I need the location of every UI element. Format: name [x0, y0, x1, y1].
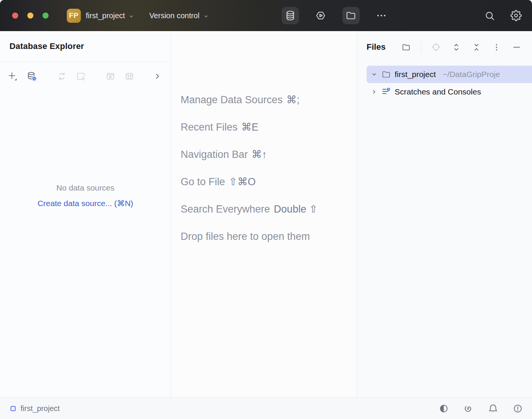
drop-files-hint: Drop files here to open them: [181, 231, 318, 258]
folder-icon: [381, 69, 391, 79]
refresh-button[interactable]: [57, 70, 67, 82]
project-name: first_project: [86, 11, 125, 20]
shortcut-hint: Manage Data Sources⌘;: [181, 94, 318, 121]
settings-button[interactable]: [508, 8, 524, 23]
expand-all-icon: [452, 43, 461, 52]
files-view-mode-button[interactable]: [401, 42, 411, 52]
locate-crosshair-icon: [431, 42, 441, 52]
keyboard-shortcuts-hints: Manage Data Sources⌘; Recent Files⌘E Nav…: [181, 94, 318, 258]
editor-area: Manage Data Sources⌘; Recent Files⌘E Nav…: [171, 31, 357, 397]
close-window-button[interactable]: [12, 13, 18, 19]
tree-row-scratches[interactable]: Scratches and Consoles: [367, 83, 532, 101]
files-panel-header: Files: [357, 31, 532, 63]
search-icon: [484, 10, 495, 21]
titlebar: FP first_project Version control: [0, 0, 532, 31]
files-options-button[interactable]: [491, 42, 502, 52]
tree-row-first-project[interactable]: first_project ~/DataGripProje: [367, 66, 532, 83]
project-square-icon: [9, 405, 17, 412]
table-icon: [124, 71, 134, 81]
disconnect-button[interactable]: [76, 70, 86, 82]
chevron-right-icon[interactable]: [370, 88, 378, 96]
chevron-down-icon: [203, 13, 209, 20]
chevron-right-icon: [153, 71, 162, 81]
scratches-icon: [381, 87, 391, 97]
collapse-all-button[interactable]: [471, 42, 482, 52]
hide-panel-button[interactable]: [511, 42, 522, 52]
database-explorer-title: Database Explorer: [9, 41, 84, 51]
ellipsis-icon: [376, 10, 387, 21]
vcs-label: Version control: [149, 11, 199, 20]
shortcut-hint: Search EverywhereDouble ⇧: [181, 203, 318, 231]
settings-gear-icon: [510, 10, 522, 21]
tree-item-name: Scratches and Consoles: [395, 87, 481, 96]
vcs-widget[interactable]: Version control: [149, 11, 209, 20]
disconnect-plug-icon: [76, 71, 86, 81]
ai-swirl-icon: [463, 403, 474, 414]
database-explorer-panel: Database Explorer: [0, 31, 171, 397]
bell-icon: [488, 403, 498, 414]
project-badge: FP: [67, 9, 81, 23]
window-controls: [12, 13, 49, 19]
chevron-down-icon: [128, 13, 135, 20]
query-console-icon: [105, 71, 115, 81]
more-tool-windows-button[interactable]: [373, 7, 390, 24]
hide-dash-icon: [512, 43, 521, 52]
notifications-button[interactable]: [488, 403, 498, 414]
expand-all-button[interactable]: [451, 42, 461, 52]
app-window: FP first_project Version control: [0, 0, 532, 419]
maximize-window-button[interactable]: [42, 13, 49, 19]
no-data-sources-text: No data sources: [0, 183, 171, 193]
database-tool-button[interactable]: [282, 7, 299, 24]
contrast-half-circle-icon: [439, 403, 449, 414]
add-plus-dropdown-icon: [8, 71, 17, 81]
shortcut-hint: Recent Files⌘E: [181, 121, 318, 149]
data-source-properties-button[interactable]: [27, 70, 37, 82]
status-project-name: first_project: [20, 404, 60, 413]
search-everywhere-button[interactable]: [482, 8, 497, 23]
theme-contrast-button[interactable]: [439, 403, 449, 414]
folder-icon: [401, 43, 411, 52]
collapse-all-icon: [472, 43, 481, 52]
files-tree: first_project ~/DataGripProje: [357, 63, 532, 101]
status-bar: first_project: [0, 397, 532, 419]
jump-to-console-button[interactable]: [105, 70, 115, 82]
new-data-source-button[interactable]: [8, 70, 17, 82]
status-project-widget[interactable]: first_project: [9, 404, 60, 413]
database-gear-icon: [27, 71, 37, 82]
shortcut-hint: Go to File⇧⌘O: [181, 176, 318, 203]
select-opened-file-button[interactable]: [431, 42, 441, 52]
create-data-source-link[interactable]: Create data source... (⌘N): [38, 199, 133, 208]
open-table-button[interactable]: [124, 70, 134, 82]
ai-assistant-button[interactable]: [463, 403, 474, 414]
tree-item-name: first_project: [395, 70, 436, 79]
database-explorer-toolbar: [0, 62, 171, 91]
shortcut-hint: Navigation Bar⌘↑: [181, 149, 318, 176]
run-hexagon-play-icon: [315, 10, 326, 21]
tool-window-bar: [282, 0, 390, 31]
chevron-down-icon[interactable]: [370, 70, 378, 79]
kebab-menu-icon: [492, 43, 501, 52]
project-files-tool-button[interactable]: [342, 7, 360, 24]
tree-item-path: ~/DataGripProje: [443, 70, 500, 79]
database-icon: [285, 10, 296, 21]
problems-button[interactable]: [513, 403, 523, 414]
folder-icon: [345, 10, 357, 21]
empty-state: No data sources Create data source... (⌘…: [0, 183, 171, 208]
toolbar-expand-button[interactable]: [153, 70, 162, 82]
files-panel: Files: [357, 31, 532, 397]
files-panel-title: Files: [367, 42, 386, 52]
minimize-window-button[interactable]: [27, 13, 33, 19]
project-selector[interactable]: FP first_project: [67, 9, 135, 23]
alert-circle-icon: [513, 403, 523, 414]
toolbar-separator: [421, 41, 421, 54]
services-tool-button[interactable]: [312, 7, 329, 24]
refresh-icon: [57, 71, 67, 81]
